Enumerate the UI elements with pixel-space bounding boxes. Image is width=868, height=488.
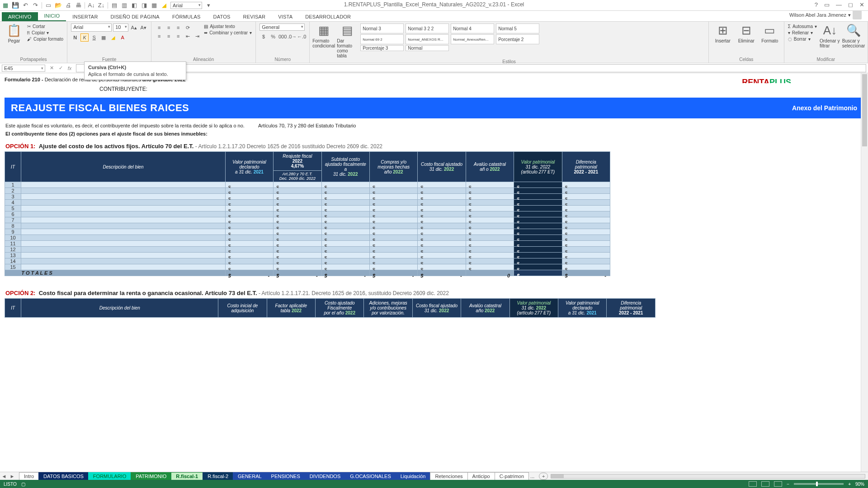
orientation-icon[interactable]: ⟳: [184, 23, 192, 32]
print-preview-icon[interactable]: 🖨: [65, 2, 72, 9]
qat-icon[interactable]: ▥: [121, 2, 128, 9]
table-row[interactable]: 15$-$-$-$-$-$-$-$-: [5, 264, 610, 270]
macro-record-icon[interactable]: ▢: [21, 482, 25, 487]
style-cell[interactable]: Porcentaje 2: [496, 34, 539, 44]
tab-vista[interactable]: VISTA: [272, 12, 299, 21]
sort-desc-icon[interactable]: Z↓: [98, 2, 105, 9]
fill-color-button[interactable]: ◢: [109, 33, 117, 42]
account-user[interactable]: Wilson Abel Jara Jimenez ▾: [785, 9, 866, 21]
formula-bar[interactable]: [76, 64, 866, 72]
format-painter-button[interactable]: 🖌 Copiar formato: [27, 36, 63, 42]
tab-nav-next-icon[interactable]: ►: [8, 474, 16, 479]
table-row[interactable]: 9$-$-$-$-$-$-$-$-: [5, 229, 610, 235]
inc-decimal-icon[interactable]: .0→: [288, 33, 296, 41]
vertical-scrollbar[interactable]: [861, 73, 868, 472]
tab-formulas[interactable]: FÓRMULAS: [166, 12, 207, 21]
sheet-tab[interactable]: C-patrimon: [495, 472, 529, 480]
font-name-combo[interactable]: Arial: [71, 23, 112, 32]
borders-icon[interactable]: ▦: [151, 2, 158, 9]
align-left-icon[interactable]: ≡: [155, 32, 163, 40]
style-cell[interactable]: Normal 69 2: [360, 34, 404, 44]
tab-nav-prev-icon[interactable]: ◄: [0, 474, 8, 479]
insert-cells-button[interactable]: ⊞Insertar: [712, 23, 733, 43]
tab-insertar[interactable]: INSERTAR: [66, 12, 104, 21]
horizontal-scrollbar[interactable]: [551, 474, 865, 479]
currency-icon[interactable]: $: [259, 33, 268, 41]
style-cell[interactable]: Normal_AnexosRen...: [451, 34, 494, 44]
underline-button[interactable]: S: [90, 33, 98, 42]
sheet-tab[interactable]: FORMULARIO: [88, 472, 131, 480]
tab-revisar[interactable]: REVISAR: [237, 12, 272, 21]
find-select-button[interactable]: 🔍Buscar y seleccionar: [843, 23, 864, 48]
sheet-tab[interactable]: Liquidación: [396, 472, 431, 480]
table-row[interactable]: 7$-$-$-$-$-$-$-$-: [5, 217, 610, 223]
style-cell[interactable]: Porcentaje 3: [360, 45, 404, 51]
bold-button[interactable]: N: [71, 33, 79, 42]
ribbon-options-icon[interactable]: ▭: [824, 1, 830, 8]
align-right-icon[interactable]: ≡: [174, 32, 182, 40]
autosum-button[interactable]: Σ Autosuma ▾: [788, 23, 817, 29]
sheet-tab[interactable]: Intro: [19, 472, 39, 480]
tab-diseno[interactable]: DISEÑO DE PÁGINA: [104, 12, 166, 21]
open-icon[interactable]: 📂: [55, 2, 62, 9]
sheet-tab[interactable]: Anticipo: [467, 472, 495, 480]
help-icon[interactable]: ?: [815, 1, 818, 8]
table-row[interactable]: 13$-$-$-$-$-$-$-$-: [5, 253, 610, 258]
view-normal-icon[interactable]: [749, 481, 757, 487]
fill-color-icon[interactable]: ◢: [160, 2, 168, 9]
fill-button[interactable]: ▾ Rellenar ▾: [788, 30, 817, 36]
table-row[interactable]: 4$-$-$-$-$-$-$-$-: [5, 200, 610, 206]
format-cells-button[interactable]: ▭Formato: [760, 23, 780, 43]
cut-button[interactable]: ✂ Cortar: [27, 23, 63, 29]
italic-button[interactable]: K: [80, 33, 89, 42]
wrap-text-button[interactable]: ▤ Ajustar texto: [204, 23, 252, 29]
paste-button[interactable]: 📋Pegar: [4, 23, 24, 43]
align-top-icon[interactable]: ≡: [155, 23, 163, 32]
new-icon[interactable]: ▭: [45, 2, 52, 9]
sheet-tab[interactable]: DIVIDENDOS: [305, 472, 345, 480]
table-row[interactable]: 10$-$-$-$-$-$-$-$-: [5, 235, 610, 241]
tab-inicio[interactable]: INICIO: [38, 11, 66, 21]
sheet-tab[interactable]: PATRIMONIO: [131, 472, 171, 480]
format-as-table-button[interactable]: ▤Dar formato como tabla: [337, 23, 358, 58]
percent-icon[interactable]: %: [269, 33, 277, 41]
view-layout-icon[interactable]: [761, 481, 769, 487]
view-break-icon[interactable]: [774, 481, 782, 487]
font-size-combo[interactable]: 10: [113, 23, 128, 32]
tab-file[interactable]: ARCHIVO: [2, 12, 38, 21]
table-row[interactable]: 11$-$-$-$-$-$-$-$-: [5, 241, 610, 247]
qat-more-icon[interactable]: ▾: [205, 2, 212, 9]
save-icon[interactable]: 💾: [12, 2, 19, 9]
zoom-out-icon[interactable]: −: [787, 482, 789, 487]
enter-icon[interactable]: ✓: [56, 65, 65, 71]
name-box[interactable]: E45: [2, 65, 45, 72]
style-cell[interactable]: Normal_ANEXOS R...: [406, 34, 449, 44]
number-format-combo[interactable]: General: [259, 23, 305, 31]
zoom-in-icon[interactable]: +: [848, 482, 851, 487]
copy-button[interactable]: ⎘ Copiar ▾: [27, 30, 63, 36]
table-row[interactable]: 8$-$-$-$-$-$-$-$-: [5, 223, 610, 229]
merge-center-button[interactable]: ⬌ Combinar y centrar ▾: [204, 30, 252, 36]
table-row[interactable]: 6$-$-$-$-$-$-$-$-: [5, 211, 610, 217]
indent-dec-icon[interactable]: ⇤: [184, 32, 192, 40]
style-cell[interactable]: Normal 4: [451, 23, 494, 33]
sort-asc-icon[interactable]: A↓: [88, 2, 95, 9]
align-middle-icon[interactable]: ≡: [165, 23, 173, 32]
style-cell[interactable]: Normal 5: [496, 23, 539, 33]
sort-filter-button[interactable]: A↓Ordenar y filtrar: [820, 23, 840, 48]
indent-inc-icon[interactable]: ⇥: [193, 32, 201, 40]
table-row[interactable]: 5$-$-$-$-$-$-$-$-: [5, 206, 610, 211]
qat-font-combo[interactable]: Arial: [170, 2, 202, 9]
close-icon[interactable]: ✕: [859, 1, 864, 8]
delete-cells-button[interactable]: ⊟Eliminar: [736, 23, 757, 43]
sheet-tab[interactable]: GENERAL: [233, 472, 267, 480]
new-sheet-button[interactable]: +: [539, 473, 548, 480]
sheet-tab[interactable]: G.OCASIONALES: [345, 472, 396, 480]
cell-styles-gallery[interactable]: Normal 3 Normal 3 2 2 Normal 4 Normal 5 …: [360, 23, 539, 51]
worksheet-area[interactable]: Formulario 210 - Declaración de renta de…: [0, 73, 868, 472]
sheet-tab-active[interactable]: R.fiscal-1: [171, 472, 203, 480]
style-cell[interactable]: Normal: [406, 45, 449, 51]
maximize-icon[interactable]: ◻: [848, 1, 853, 8]
qat-icon[interactable]: ◨: [141, 2, 148, 9]
table-row[interactable]: 3$-$-$-$-$-$-$-$-: [5, 194, 610, 200]
